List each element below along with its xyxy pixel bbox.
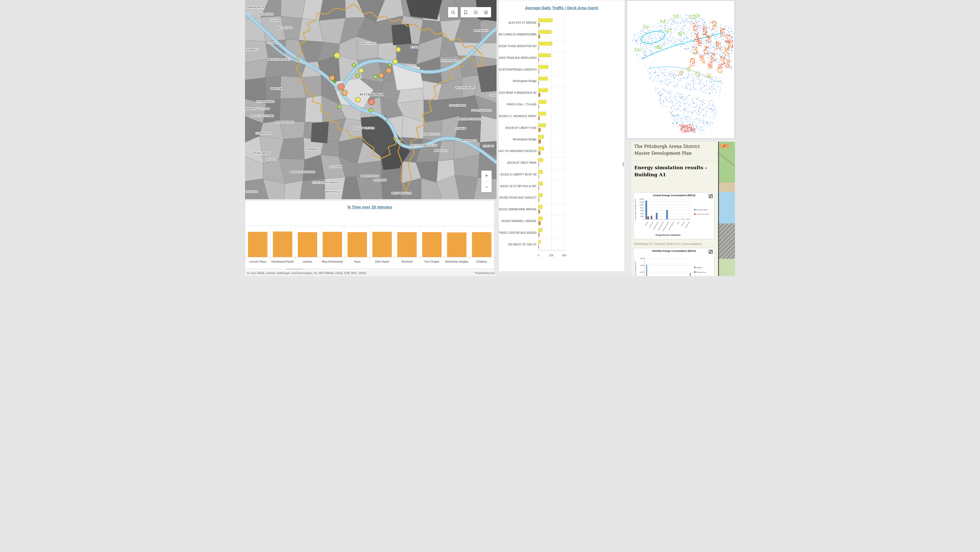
adt-bar-orange[interactable] [539,35,540,38]
adt-bar-orange[interactable] [539,152,540,155]
adt-bar-yellow[interactable] [539,135,544,139]
horizontal-scrollbar-thumb[interactable] [286,268,303,270]
adt-bar-yellow[interactable] [539,123,546,127]
traffic-marker[interactable] [393,59,398,64]
adt-bar-orange[interactable] [539,70,539,73]
legend-list-button[interactable] [473,10,478,15]
annual-bar-electricity [646,201,647,219]
traffic-marker[interactable] [388,63,391,67]
commute-bar[interactable] [422,232,442,257]
adt-bar-yellow[interactable] [539,53,551,57]
adt-bar-yellow[interactable] [539,19,553,22]
adt-bar-orange[interactable] [539,222,541,225]
adt-bar-orange[interactable] [539,163,539,167]
document-panel[interactable]: The Pittsburgh Arena District Master Dev… [632,142,735,276]
traffic-marker[interactable] [396,47,401,52]
traffic-marker[interactable] [386,120,388,121]
monthly-legend-label: Pumps & Aux [696,271,706,273]
adt-bar-yellow[interactable] [539,42,552,46]
adt-bar-yellow[interactable] [539,182,543,185]
edit-button[interactable] [720,144,729,148]
annual-legend-label: Natural Gas (kBtu) [696,213,710,215]
traffic-marker[interactable] [352,63,356,67]
adt-bar-yellow[interactable] [539,240,541,244]
monthly-y-tick: 30000 [640,265,644,266]
commute-category-label: Chateau [476,260,487,263]
commute-bar[interactable] [372,232,392,257]
adt-bar-yellow[interactable] [539,228,542,232]
traffic-marker[interactable] [335,57,336,59]
adt-bar-orange[interactable] [539,245,539,248]
adt-bar-orange[interactable] [539,46,539,50]
annual-y-tick: 20000 [640,215,644,217]
adt-bar-yellow[interactable] [539,65,548,69]
traffic-marker[interactable] [338,84,344,90]
traffic-marker[interactable] [369,99,375,105]
commute-bar[interactable] [298,232,317,257]
adt-bar-yellow[interactable] [539,89,548,92]
adt-chart-panel: Average Daily Traffic / Deck Area (sqm) … [498,0,625,272]
traffic-marker[interactable] [336,91,336,91]
monthly-y-tick: 40000 [640,258,644,259]
zoom-out-button[interactable]: − [481,182,492,193]
adt-category-label: 301109 SWINDELL BRIDGE [501,220,536,223]
map-place-label: DORMONT [305,148,320,151]
traffic-marker[interactable] [342,90,347,96]
adt-bar-orange[interactable] [539,128,541,132]
adt-bar-yellow[interactable] [539,170,543,174]
commute-category-label: Glen Hazel [375,260,389,263]
commute-bar[interactable] [273,231,292,257]
commute-bar[interactable] [323,232,342,257]
commute-bar[interactable] [397,232,417,257]
vertical-scrollbar-thumb[interactable] [622,162,624,166]
adt-bar-yellow[interactable] [539,77,548,80]
traffic-marker[interactable] [386,68,391,73]
adt-bar-orange[interactable] [539,116,540,120]
commute-category-label: Hays [354,260,360,263]
map-place-label: BELLEVUE [277,26,292,29]
traffic-marker[interactable] [356,97,360,102]
adt-bar-orange[interactable] [539,210,540,213]
adt-bar-orange[interactable] [539,23,540,27]
adt-bar-orange[interactable] [539,198,539,202]
map-canvas[interactable]: EMSWORTHLLEBEN AVONAVALONBELLEVUESTOWEKE… [245,0,496,199]
adt-bar-orange[interactable] [539,81,539,85]
adt-bar-orange[interactable] [539,175,539,178]
divider [632,161,718,161]
commute-bar[interactable] [447,232,466,257]
adt-bar-yellow[interactable] [539,217,542,220]
traffic-marker[interactable] [374,75,377,79]
commute-bar[interactable] [348,232,367,257]
adt-bar-yellow[interactable] [539,147,544,150]
commute-chart: Lincoln PlaceHomewood NorthLarimerNew Ho… [245,201,494,266]
adt-category-label: 200 WEST OF 2ND ST [508,243,536,246]
traffic-marker[interactable] [356,73,360,77]
adt-bar-orange[interactable] [539,140,541,143]
map-search-button[interactable] [448,7,458,18]
map-place-label: WILKINSBURG [455,86,476,89]
adt-bar-yellow[interactable] [539,205,542,209]
adt-bar-yellow[interactable] [539,100,546,104]
adt-bar-yellow[interactable] [539,193,542,197]
annual-x-label: Energy End-Use Components [655,234,681,236]
map-panel[interactable]: EMSWORTHLLEBEN AVONAVALONBELLEVUESTOWEKE… [245,0,496,199]
traffic-marker[interactable] [359,68,364,73]
adt-bar-orange[interactable] [539,187,539,190]
adt-bar-orange[interactable] [539,233,539,236]
commute-bar[interactable] [248,232,267,257]
adt-bar-orange[interactable] [539,58,539,62]
commute-bar[interactable] [472,232,492,257]
bookmark-button[interactable] [463,10,468,15]
traffic-marker[interactable] [333,80,336,83]
adt-bar-orange[interactable] [539,105,539,108]
adt-bar-yellow[interactable] [539,159,543,162]
adt-bar-yellow[interactable] [539,30,552,34]
zoom-in-button[interactable]: + [481,171,492,182]
traffic-marker[interactable] [379,73,384,78]
horizontal-scrollbar [245,268,494,270]
traffic-marker[interactable] [337,105,341,109]
traffic-marker[interactable] [369,108,373,112]
layers-button[interactable] [484,10,488,15]
adt-bar-yellow[interactable] [539,112,546,115]
adt-bar-orange[interactable] [539,93,540,97]
